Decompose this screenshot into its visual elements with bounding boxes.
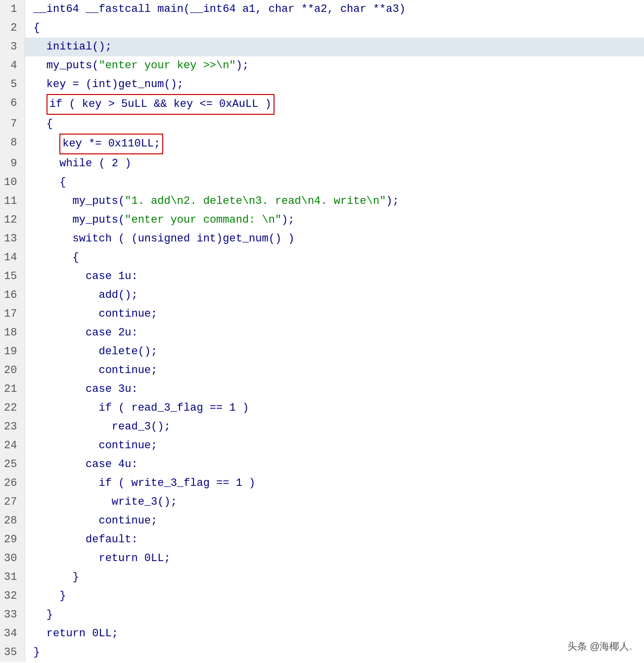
line-number: 29 [0, 530, 25, 549]
boxed-line: key *= 0x110LL; [59, 134, 163, 154]
table-row: 9 while ( 2 ) [0, 154, 644, 173]
line-number: 5 [0, 75, 25, 94]
table-row: 14 { [0, 248, 644, 267]
line-code: key = (int)get_num(); [25, 75, 644, 94]
line-code: my_puts("1. add\n2. delete\n3. read\n4. … [25, 192, 644, 211]
line-number: 15 [0, 267, 25, 286]
table-row: 11 my_puts("1. add\n2. delete\n3. read\n… [0, 192, 644, 211]
line-code: { [25, 115, 644, 134]
table-row: 7 { [0, 115, 644, 134]
line-code: return 0LL; [25, 624, 644, 643]
line-code: } [25, 643, 644, 662]
code-segment: } [33, 609, 53, 621]
line-code: read_3(); [25, 418, 644, 436]
table-row: 35} [0, 643, 644, 662]
line-code: continue; [25, 512, 644, 530]
line-number: 17 [0, 305, 25, 324]
line-number: 26 [0, 474, 25, 493]
line-code: return 0LL; [25, 549, 644, 568]
line-number: 14 [0, 248, 25, 267]
code-segment: switch ( (unsigned int)get_num() ) [33, 233, 294, 245]
code-segment: continue; [33, 439, 157, 452]
line-code: { [25, 19, 644, 38]
line-number: 9 [0, 154, 25, 173]
table-row: 28 continue; [0, 512, 644, 530]
code-segment: key = (int)get_num(); [33, 78, 184, 91]
table-row: 6 if ( key > 5uLL && key <= 0xAuLL ) [0, 94, 644, 115]
code-table: 1__int64 __fastcall main(__int64 a1, cha… [0, 0, 644, 662]
line-number: 31 [0, 568, 25, 587]
boxed-line: if ( key > 5uLL && key <= 0xAuLL ) [46, 94, 275, 115]
table-row: 4 my_puts("enter your key >>\n"); [0, 56, 644, 75]
line-code: switch ( (unsigned int)get_num() ) [25, 230, 644, 248]
code-segment: "1. add\n2. delete\n3. read\n4. write\n" [125, 195, 386, 207]
code-segment: write_3(); [33, 496, 177, 508]
code-segment: continue; [33, 308, 157, 320]
code-segment: { [33, 118, 53, 130]
code-segment: case 1u: [33, 270, 138, 283]
code-segment: } [33, 646, 40, 659]
line-code: write_3(); [25, 493, 644, 512]
table-row: 19 delete(); [0, 342, 644, 361]
code-segment: } [33, 571, 79, 583]
line-code: add(); [25, 286, 644, 305]
line-number: 4 [0, 56, 25, 75]
code-segment: __int64 __fastcall main(__int64 a1, char… [33, 3, 406, 15]
code-segment: { [33, 176, 66, 189]
line-number: 3 [0, 38, 25, 56]
table-row: 2{ [0, 19, 644, 38]
line-code: key *= 0x110LL; [25, 134, 644, 154]
code-segment: ); [386, 195, 399, 207]
table-row: 25 case 4u: [0, 455, 644, 474]
line-code: default: [25, 530, 644, 549]
line-number: 1 [0, 0, 25, 19]
line-number: 21 [0, 380, 25, 399]
line-code: } [25, 606, 644, 624]
code-segment: "enter your command: \n" [125, 214, 281, 226]
table-row: 24 continue; [0, 436, 644, 455]
table-row: 29 default: [0, 530, 644, 549]
line-code: continue; [25, 361, 644, 380]
code-container: 1__int64 __fastcall main(__int64 a1, cha… [0, 0, 644, 663]
code-segment: case 2u: [33, 327, 138, 339]
line-code: } [25, 568, 644, 587]
table-row: 1__int64 __fastcall main(__int64 a1, cha… [0, 0, 644, 19]
line-number: 16 [0, 286, 25, 305]
code-segment: continue; [33, 515, 157, 527]
code-segment: return 0LL; [33, 552, 170, 565]
code-segment: add(); [33, 289, 138, 301]
line-number: 23 [0, 418, 25, 436]
line-number: 18 [0, 324, 25, 342]
line-code: if ( read_3_flag == 1 ) [25, 399, 644, 418]
table-row: 5 key = (int)get_num(); [0, 75, 644, 94]
table-row: 31 } [0, 568, 644, 587]
table-row: 13 switch ( (unsigned int)get_num() ) [0, 230, 644, 248]
line-code: initial(); [25, 38, 644, 56]
code-segment: read_3(); [33, 421, 170, 433]
table-row: 8 key *= 0x110LL; [0, 134, 644, 154]
table-row: 21 case 3u: [0, 380, 644, 399]
table-row: 17 continue; [0, 305, 644, 324]
line-number: 32 [0, 587, 25, 606]
line-number: 2 [0, 19, 25, 38]
code-segment: my_puts( [33, 59, 98, 72]
line-code: case 1u: [25, 267, 644, 286]
code-segment: ); [281, 214, 294, 226]
table-row: 27 write_3(); [0, 493, 644, 512]
line-number: 10 [0, 173, 25, 192]
line-number: 28 [0, 512, 25, 530]
line-number: 8 [0, 134, 25, 154]
line-code: __int64 __fastcall main(__int64 a1, char… [25, 0, 644, 19]
code-segment: ); [236, 59, 249, 72]
line-code: case 3u: [25, 380, 644, 399]
line-code: case 2u: [25, 324, 644, 342]
line-code: delete(); [25, 342, 644, 361]
table-row: 23 read_3(); [0, 418, 644, 436]
line-code: } [25, 587, 644, 606]
code-segment: return 0LL; [33, 627, 118, 640]
line-code: if ( key > 5uLL && key <= 0xAuLL ) [25, 94, 644, 115]
line-code: { [25, 248, 644, 267]
line-code: case 4u: [25, 455, 644, 474]
line-code: my_puts("enter your key >>\n"); [25, 56, 644, 75]
line-code: if ( write_3_flag == 1 ) [25, 474, 644, 493]
